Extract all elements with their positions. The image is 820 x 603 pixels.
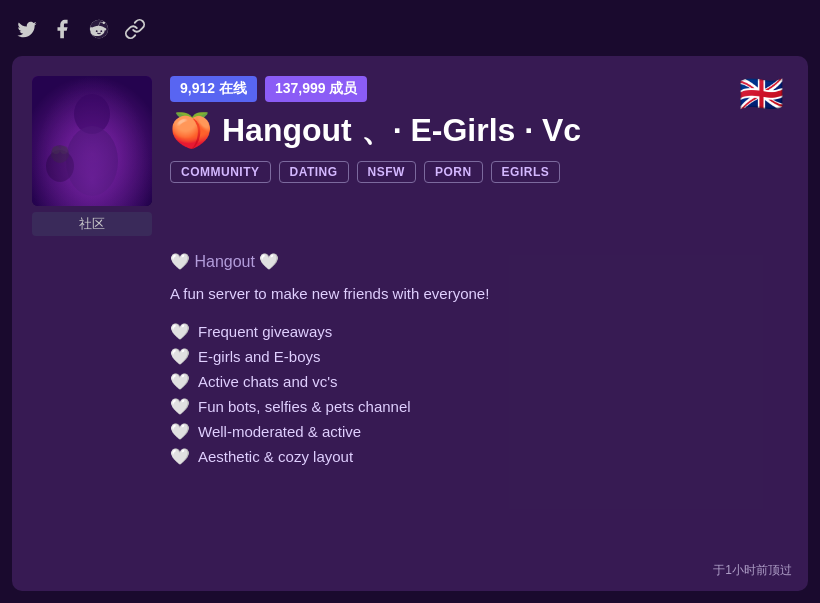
tag-dating[interactable]: DATING: [279, 161, 349, 183]
flag-icon: 🇬🇧: [739, 76, 784, 112]
reddit-icon[interactable]: [88, 18, 110, 46]
list-item: 🤍 Fun bots, selfies & pets channel: [170, 397, 784, 416]
peach-emoji: 🍑: [170, 112, 212, 149]
feature-text: E-girls and E-boys: [198, 348, 321, 365]
svg-point-3: [66, 126, 118, 196]
server-name: Hangout 、· E-Girls · Vc: [222, 113, 581, 148]
features-list: 🤍 Frequent giveaways 🤍 E-girls and E-boy…: [170, 322, 784, 466]
social-bar: [12, 12, 808, 56]
tag-community[interactable]: COMMUNITY: [170, 161, 271, 183]
feature-text: Active chats and vc's: [198, 373, 338, 390]
list-item: 🤍 Aesthetic & cozy layout: [170, 447, 784, 466]
svg-rect-8: [32, 76, 152, 206]
feature-text: Well-moderated & active: [198, 423, 361, 440]
avatar-label: 社区: [32, 212, 152, 236]
stats-row: 9,912 在线 137,999 成员: [170, 76, 784, 102]
svg-point-4: [46, 150, 74, 182]
page-wrapper: 🇬🇧: [0, 0, 820, 603]
heart-icon-6: 🤍: [170, 447, 190, 466]
tag-egirls[interactable]: EGIRLS: [491, 161, 561, 183]
avatar: [32, 76, 152, 206]
list-item: 🤍 E-girls and E-boys: [170, 347, 784, 366]
list-item: 🤍 Well-moderated & active: [170, 422, 784, 441]
heart-icon-2: 🤍: [170, 347, 190, 366]
card-body: 🤍 Hangout 🤍 A fun server to make new fri…: [32, 250, 784, 466]
server-title: 🍑 Hangout 、· E-Girls · Vc: [170, 112, 784, 149]
svg-point-5: [51, 145, 69, 163]
feature-text: Frequent giveaways: [198, 323, 332, 340]
heart-icon-5: 🤍: [170, 422, 190, 441]
heart-icon-1: 🤍: [170, 322, 190, 341]
card-top: 社区 9,912 在线 137,999 成员 🍑 Hangout 、· E-Gi…: [32, 76, 784, 236]
svg-point-6: [52, 146, 60, 154]
facebook-icon[interactable]: [52, 18, 74, 46]
feature-text: Fun bots, selfies & pets channel: [198, 398, 411, 415]
twitter-icon[interactable]: [16, 18, 38, 46]
svg-point-7: [60, 146, 68, 154]
tags-row: COMMUNITY DATING NSFW PORN EGIRLS: [170, 161, 784, 183]
svg-rect-1: [32, 76, 152, 206]
tag-porn[interactable]: PORN: [424, 161, 483, 183]
tag-nsfw[interactable]: NSFW: [357, 161, 416, 183]
hangout-line: 🤍 Hangout 🤍: [170, 252, 784, 271]
member-badge: 137,999 成员: [265, 76, 368, 102]
feature-text: Aesthetic & cozy layout: [198, 448, 353, 465]
link-icon[interactable]: [124, 18, 146, 46]
timestamp: 于1小时前顶过: [713, 562, 792, 579]
list-item: 🤍 Active chats and vc's: [170, 372, 784, 391]
list-item: 🤍 Frequent giveaways: [170, 322, 784, 341]
svg-point-2: [74, 94, 110, 134]
heart-icon-3: 🤍: [170, 372, 190, 391]
card-info: 9,912 在线 137,999 成员 🍑 Hangout 、· E-Girls…: [170, 76, 784, 183]
heart-icon-4: 🤍: [170, 397, 190, 416]
server-card: 🇬🇧: [12, 56, 808, 591]
avatar-block: 社区: [32, 76, 152, 236]
server-description: A fun server to make new friends with ev…: [170, 283, 784, 306]
online-badge: 9,912 在线: [170, 76, 257, 102]
